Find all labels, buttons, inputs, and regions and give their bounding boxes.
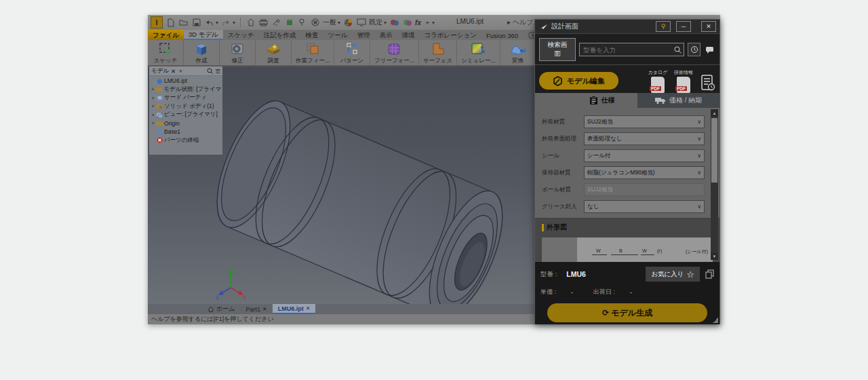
redo-dropdown[interactable]: ▾ xyxy=(233,20,235,26)
pin-icon[interactable] xyxy=(297,18,307,28)
doc-tab-home[interactable]: ホーム xyxy=(202,304,240,314)
ribbon-tab-annotate[interactable]: 注記を作成 xyxy=(259,30,301,40)
ribbon-group-simulation[interactable]: シミュレー... xyxy=(457,40,500,65)
ribbon-group-workfeatures[interactable]: 作業フィー... xyxy=(292,40,334,65)
part-no-label: 型番 : xyxy=(540,270,557,279)
ribbon-group-inspect[interactable]: 調査 xyxy=(256,40,292,65)
ribbon-group-pattern[interactable]: パターン xyxy=(334,40,370,65)
close-button[interactable]: ✕ xyxy=(701,21,716,32)
browser-add-icon[interactable]: ＋ xyxy=(178,67,184,75)
close-tab-icon[interactable]: ✕ xyxy=(262,306,267,312)
qat-customize-chevron[interactable]: ▾ xyxy=(432,20,435,26)
inventor-app-icon[interactable]: I xyxy=(151,16,163,28)
scroll-up-icon[interactable]: ▲ xyxy=(711,109,718,117)
open-folder-icon[interactable] xyxy=(178,18,189,28)
model-edit-button[interactable]: モデル編集 xyxy=(539,72,618,90)
material-box-icon[interactable] xyxy=(284,18,294,28)
undo-dropdown[interactable]: ▾ xyxy=(216,20,218,26)
ribbon-tab-tools[interactable]: ツール xyxy=(323,30,352,40)
part-number-input[interactable] xyxy=(582,45,674,54)
folder-icon xyxy=(157,120,163,126)
doc-tab-lmu6[interactable]: LMU6.ipt✕ xyxy=(273,304,316,314)
resize-grip[interactable] xyxy=(713,318,718,323)
ribbon-tab-sketch[interactable]: スケッチ xyxy=(223,30,259,40)
tree-item-thirdparty[interactable]: +サード パーティ xyxy=(151,94,222,102)
tree-item-root[interactable]: LMU6.ipt xyxy=(151,77,222,86)
scroll-down-icon[interactable]: ▼ xyxy=(711,252,718,260)
home-icon[interactable] xyxy=(245,18,256,28)
print-icon[interactable] xyxy=(258,18,269,28)
ribbon-tab-3dmodel[interactable]: 3D モデル xyxy=(184,30,223,40)
close-tab-icon[interactable]: ✕ xyxy=(306,305,311,311)
magnifier-icon[interactable] xyxy=(674,46,682,54)
ribbon-group-modify[interactable]: 修正 xyxy=(220,40,256,65)
part-number-row: 型番 : LMU6 お気に入り☆ xyxy=(535,262,719,282)
ribbon-tab-view[interactable]: 表示 xyxy=(374,30,397,40)
ribbon-group-convert[interactable]: 変換 xyxy=(500,40,536,65)
outer-material-select[interactable]: SUJ2相当∨ xyxy=(584,115,705,128)
seal-select[interactable]: シール付∨ xyxy=(584,149,705,162)
ribbon-tab-fusion360[interactable]: Fusion 360 xyxy=(481,30,523,40)
adjust-color-icon[interactable] xyxy=(389,18,399,28)
ribbon-group-surface[interactable]: サーフェス xyxy=(419,40,457,65)
tree-item-base1[interactable]: Base1 xyxy=(151,128,222,136)
cube-edit-icon xyxy=(553,76,563,86)
ribbon-tab-file[interactable]: ファイル xyxy=(148,30,184,40)
redo-icon[interactable] xyxy=(221,18,231,28)
undo-icon[interactable] xyxy=(204,18,214,28)
color-wheel-icon[interactable] xyxy=(343,18,353,28)
donut-icon[interactable] xyxy=(310,18,320,28)
monitor-icon[interactable] xyxy=(356,18,366,28)
browser-menu-icon[interactable]: ☰ xyxy=(215,68,220,75)
new-file-icon[interactable] xyxy=(165,18,176,28)
spec-sheet-button[interactable] xyxy=(701,75,715,94)
generate-model-button[interactable]: ⟳ モデル生成 xyxy=(547,303,707,322)
surface-icon xyxy=(431,41,446,56)
measure-icon[interactable] xyxy=(271,18,281,28)
ribbon-tab-environments[interactable]: 環境 xyxy=(397,30,419,40)
model-linear-bushing[interactable] xyxy=(213,90,525,304)
panel-scrollbar[interactable]: ▲ ▼ xyxy=(711,109,718,260)
ribbon-group-sketch[interactable]: スケッチ xyxy=(148,40,184,65)
browser-tab-model[interactable]: モデル xyxy=(151,67,169,75)
catalog-pdf[interactable]: カタログ PDF xyxy=(648,69,668,93)
tree-item-end-of-part[interactable]: パーツの終端 xyxy=(151,136,222,145)
material-dropdown[interactable]: 一般 xyxy=(323,18,336,27)
tree-item-view[interactable]: +ビュー: [プライマリ] xyxy=(151,111,222,119)
form-row-grease: グリース封入 なし∨ xyxy=(542,198,705,215)
browser-search-icon[interactable] xyxy=(207,68,213,74)
browser-close-icon[interactable]: ✕ xyxy=(171,68,176,75)
tree-item-modelstates[interactable]: +モデル状態: [プライマリ] xyxy=(151,86,222,94)
history-button[interactable] xyxy=(688,43,701,56)
tree-item-solidbodies[interactable]: +ソリッド ボディ(1) xyxy=(151,102,222,111)
ribbon-tab-manage[interactable]: 管理 xyxy=(352,30,374,40)
tab-price-delivery[interactable]: 価格 / 納期 xyxy=(637,93,719,108)
appearance-dropdown[interactable]: 既定 xyxy=(369,18,382,27)
favorite-button[interactable]: お気に入り☆ xyxy=(646,267,700,282)
comment-button[interactable] xyxy=(704,43,715,56)
folder-icon xyxy=(156,86,162,92)
scroll-thumb[interactable] xyxy=(711,118,717,183)
panel-titlebar[interactable]: 設計画面 ⚲ ─ ✕ xyxy=(535,20,719,34)
ribbon-tab-collaborate[interactable]: コラボレーション xyxy=(419,30,481,40)
search-screen-button[interactable]: 検索画面 xyxy=(539,38,576,61)
ribbon-group-create[interactable]: 作成 xyxy=(184,40,220,65)
tree-item-origin[interactable]: +Origin xyxy=(151,119,222,128)
dim-line xyxy=(592,254,607,255)
tech-info-pdf[interactable]: 技術情報 PDF xyxy=(673,69,694,93)
doc-tab-part1[interactable]: Part1✕ xyxy=(240,304,272,314)
tab-spec[interactable]: 仕様 xyxy=(566,93,637,108)
retainer-material-select[interactable]: 樹脂(ジュラコンM90相当)∨ xyxy=(584,166,705,179)
simulation-icon xyxy=(470,41,486,56)
ribbon-group-freeform[interactable]: フリーフォー... xyxy=(370,40,419,65)
parameters-fx-button[interactable]: fx xyxy=(415,19,421,26)
grease-select[interactable]: なし∨ xyxy=(584,200,705,213)
ribbon-tab-inspect[interactable]: 検査 xyxy=(300,30,323,40)
adjust-color2-icon[interactable] xyxy=(402,18,412,28)
copy-icon[interactable] xyxy=(705,269,714,279)
surface-treatment-select[interactable]: 表面処理なし∨ xyxy=(584,132,705,145)
save-icon[interactable] xyxy=(191,18,201,28)
minimize-button[interactable]: ─ xyxy=(676,21,691,32)
pin-button[interactable]: ⚲ xyxy=(656,21,671,32)
qat-add-button[interactable]: ＋ xyxy=(424,18,431,27)
